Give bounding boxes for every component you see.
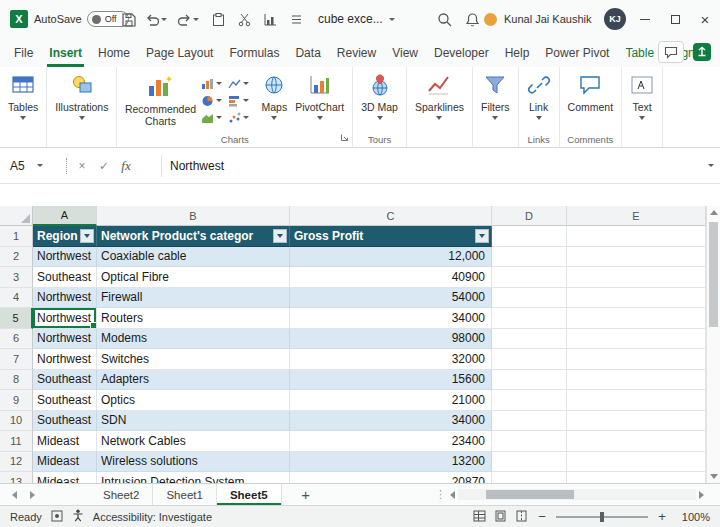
ribbon-tab-power-pivot[interactable]: Power Pivot [537,38,617,67]
cell-B4[interactable]: Firewall [97,288,290,309]
cell-D10[interactable] [492,411,567,432]
cancel-icon[interactable]: × [71,159,93,173]
cell-D5[interactable] [492,308,567,329]
cell-C13[interactable]: 20870 [290,472,492,483]
cell-C4[interactable]: 54000 [290,288,492,309]
line-chart-button[interactable] [228,75,255,92]
cell-D11[interactable] [492,431,567,452]
share-button[interactable] [689,41,715,63]
horizontal-scrollbar-track[interactable] [458,489,696,500]
cell-D8[interactable] [492,370,567,391]
ribbon-tab-file[interactable]: File [6,38,41,67]
zoom-out-button[interactable]: − [536,509,548,524]
new-sheet-button[interactable]: + [294,484,318,505]
close-button[interactable]: × [690,0,720,38]
cell-A13[interactable]: Mideast [33,472,97,483]
row-header-8[interactable]: 8 [0,370,33,391]
cell-A4[interactable]: Northwest [33,288,97,309]
cell-A6[interactable]: Northwest [33,329,97,350]
zoom-slider[interactable] [556,510,648,524]
row-header-9[interactable]: 9 [0,390,33,411]
row-header-7[interactable]: 7 [0,349,33,370]
cell-A8[interactable]: Southeast [33,370,97,391]
col-header-E[interactable]: E [567,206,706,226]
cell-D1[interactable] [492,226,567,247]
cell-E11[interactable] [567,431,706,452]
ribbon-tab-insert[interactable]: Insert [41,38,90,67]
zoom-thumb[interactable] [600,512,604,522]
cell-D4[interactable] [492,288,567,309]
paste-icon[interactable] [206,0,230,38]
header-cell-A1[interactable]: Region [33,226,97,247]
bar-chart-button[interactable] [228,92,255,109]
col-header-D[interactable]: D [492,206,567,226]
cell-C7[interactable]: 32000 [290,349,492,370]
cell-C10[interactable]: 34000 [290,411,492,432]
undo-button[interactable] [144,0,168,38]
3d-map-button[interactable]: 3D Map [357,71,402,123]
name-box[interactable]: A5 [0,148,62,183]
vertical-scrollbar-thumb[interactable] [709,222,718,327]
scatter-chart-button[interactable] [228,109,255,126]
cell-B7[interactable]: Switches [97,349,290,370]
header-cell-B1[interactable]: Network Product's categor [97,226,290,247]
ribbon-tab-formulas[interactable]: Formulas [221,38,287,67]
cell-D13[interactable] [492,472,567,483]
comment-button[interactable]: Comment [564,71,618,116]
cell-E10[interactable] [567,411,706,432]
cell-E4[interactable] [567,288,706,309]
text-button[interactable]: Text [626,71,658,123]
notifications-icon[interactable] [460,0,484,38]
scroll-right-icon[interactable] [699,491,704,499]
list-icon[interactable] [284,0,308,38]
cell-C11[interactable]: 23400 [290,431,492,452]
zoom-percentage[interactable]: 100% [676,511,710,523]
row-header-2[interactable]: 2 [0,247,33,268]
select-all-button[interactable] [0,206,33,226]
sheet-tab-sheet2[interactable]: Sheet2 [90,484,153,505]
cell-E6[interactable] [567,329,706,350]
col-header-C[interactable]: C [290,206,492,226]
cell-E13[interactable] [567,472,706,483]
tab-splitter-handle[interactable]: ⋮ [435,486,446,503]
cell-B13[interactable]: Intrusion Detection System [97,472,290,483]
cell-E7[interactable] [567,349,706,370]
sheet-nav-right-icon[interactable] [30,491,35,499]
cell-A9[interactable]: Southeast [33,390,97,411]
formula-bar-expand-icon[interactable] [702,164,720,167]
cell-C9[interactable]: 21000 [290,390,492,411]
sheet-tab-sheet1[interactable]: Sheet1 [153,484,216,505]
page-layout-view-button[interactable] [494,510,507,524]
pie-chart-button[interactable] [201,92,228,109]
recommended-charts-button[interactable]: Recommended Charts [121,71,199,130]
zoom-in-button[interactable]: + [656,509,668,524]
link-button[interactable]: Link [523,71,555,123]
cell-C6[interactable]: 98000 [290,329,492,350]
cell-A7[interactable]: Northwest [33,349,97,370]
row-header-13[interactable]: 13 [0,472,33,483]
column-chart-button[interactable] [201,75,228,92]
row-header-5[interactable]: 5 [0,308,33,329]
row-header-10[interactable]: 10 [0,411,33,432]
scroll-down-icon[interactable] [710,474,718,479]
illustrations-button[interactable]: Illustrations [51,71,112,123]
cell-D2[interactable] [492,247,567,268]
maps-button[interactable]: Maps [257,71,291,123]
cell-B6[interactable]: Modems [97,329,290,350]
accessibility-status[interactable]: Accessibility: Investigate [93,511,212,523]
row-header-11[interactable]: 11 [0,431,33,452]
col-header-A[interactable]: A [33,206,97,226]
insert-function-icon[interactable]: fx [115,158,137,174]
cell-B10[interactable]: SDN [97,411,290,432]
cell-B2[interactable]: Coaxiable cable [97,247,290,268]
area-chart-button[interactable] [201,109,228,126]
dialog-launcher-icon[interactable] [340,131,349,145]
maximize-button[interactable] [660,0,690,38]
ribbon-tab-data[interactable]: Data [287,38,328,67]
cell-E2[interactable] [567,247,706,268]
cut-icon[interactable] [232,0,256,38]
row-header-1[interactable]: 1 [0,226,33,247]
document-title[interactable]: cube exce... [318,0,395,38]
comments-button[interactable] [658,41,684,63]
cell-A3[interactable]: Southeast [33,267,97,288]
